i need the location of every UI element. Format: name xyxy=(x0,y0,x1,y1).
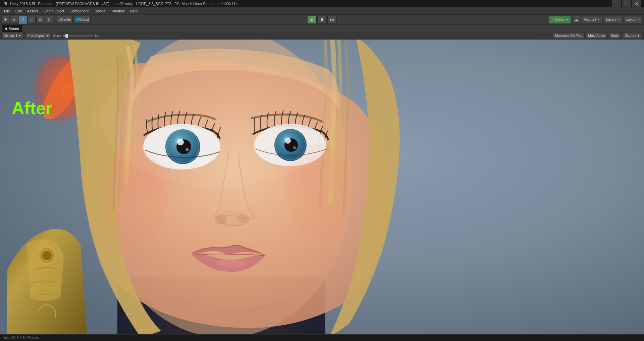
play-button[interactable]: ▶ xyxy=(307,16,317,24)
toolbar-right: ✓ Collab ▼ ☁ Account ▼ Layers ▼ Layout ▼ xyxy=(549,16,643,24)
window-controls: ─ ❐ ✕ xyxy=(612,0,641,7)
transform-tools: ✥ ⊕ ↺ ⤢ ⊡ ⚙ xyxy=(1,16,53,24)
mute-audio-label: Mute Audio xyxy=(588,34,605,38)
mute-audio-button[interactable]: Mute Audio xyxy=(586,33,607,39)
account-label: Account xyxy=(584,18,596,21)
gizmos-button[interactable]: Gizmos ▼ xyxy=(622,33,643,39)
app-icon: ⊞ xyxy=(3,1,8,6)
hand-tool-button[interactable]: ✥ xyxy=(1,16,9,24)
scale-value: 1x xyxy=(94,34,98,38)
menu-file[interactable]: File xyxy=(1,7,13,14)
pivot-label: Center xyxy=(61,18,71,21)
status-bar: Unity 2018.3.5f1 Personal xyxy=(0,334,644,341)
scale-tool-button[interactable]: ⤢ xyxy=(28,16,36,24)
menu-gameobject[interactable]: GameObject xyxy=(41,7,67,14)
maximize-on-play-button[interactable]: Maximize On Play xyxy=(553,33,585,39)
close-button[interactable]: ✕ xyxy=(632,0,641,7)
cloud-icon: ☁ xyxy=(575,18,578,21)
minimize-button[interactable]: ─ xyxy=(612,0,621,7)
pivot-button[interactable]: ⊙ Center xyxy=(57,16,73,24)
pause-button[interactable]: ⏸ xyxy=(317,16,327,24)
svg-point-24 xyxy=(216,259,247,267)
svg-point-27 xyxy=(101,53,335,187)
maximize-on-play-label: Maximize On Play xyxy=(555,34,582,38)
stats-label: Stats xyxy=(611,34,619,38)
gizmos-label: Gizmos ▼ xyxy=(625,34,640,38)
game-panel: ◉ Game Display 1 ▼ Free Aspect ▼ Scale 1… xyxy=(0,25,644,334)
aspect-button[interactable]: Free Aspect ▼ xyxy=(25,33,52,39)
collab-checkmark-icon: ✓ xyxy=(551,18,554,21)
scale-slider[interactable] xyxy=(63,35,93,37)
menu-assets[interactable]: Assets xyxy=(24,7,41,14)
collab-button[interactable]: ✓ Collab ▼ xyxy=(549,16,571,23)
game-tab-icon: ◉ xyxy=(5,27,8,30)
collab-label: Collab ▼ xyxy=(555,18,569,21)
game-toolbar-right: Maximize On Play Mute Audio Stats Gizmos… xyxy=(553,33,643,39)
game-tab[interactable]: ◉ Game xyxy=(2,25,22,32)
menu-component[interactable]: Component xyxy=(67,7,91,14)
aspect-label: Free Aspect xyxy=(28,34,45,38)
menu-tutorial[interactable]: Tutorial xyxy=(91,7,109,14)
layers-label: Layers xyxy=(606,18,616,21)
rotate-tool-button[interactable]: ↺ xyxy=(19,16,27,24)
menu-help[interactable]: Help xyxy=(127,7,141,14)
step-button[interactable]: ⏭ xyxy=(327,16,337,24)
elf-scene-svg xyxy=(0,40,644,334)
layout-label: Layout xyxy=(626,18,636,21)
global-icon: 🌐 xyxy=(75,18,79,21)
menu-edit[interactable]: Edit xyxy=(13,7,24,14)
layout-dropdown[interactable]: Layout ▼ xyxy=(624,16,643,23)
global-button[interactable]: 🌐 Global xyxy=(73,16,91,24)
display-arrow-icon: ▼ xyxy=(18,34,21,38)
move-tool-button[interactable]: ⊕ xyxy=(10,16,18,24)
layers-arrow-icon: ▼ xyxy=(618,18,620,21)
layers-dropdown[interactable]: Layers ▼ xyxy=(604,16,623,23)
stats-button[interactable]: Stats xyxy=(609,33,621,39)
menu-bar: File Edit Assets GameObject Component Tu… xyxy=(0,7,644,15)
rect-tool-button[interactable]: ⊡ xyxy=(36,16,44,24)
account-arrow-icon: ▼ xyxy=(597,18,600,21)
scale-group: Scale 1x xyxy=(53,34,98,38)
maximize-button[interactable]: ❐ xyxy=(622,0,631,7)
play-controls: ▶ ⏸ ⏭ xyxy=(307,16,337,24)
scale-label: Scale xyxy=(53,34,61,38)
elf-scene: After xyxy=(0,40,644,334)
display-button[interactable]: Display 1 ▼ xyxy=(1,33,24,39)
panel-header: ◉ Game xyxy=(0,25,644,32)
svg-point-4 xyxy=(42,251,52,261)
display-label: Display 1 xyxy=(4,34,17,38)
title-text: Unity 2018.3.5f1 Personal - [PREVIEW PAC… xyxy=(10,2,612,6)
game-tab-label: Game xyxy=(9,26,19,30)
cloud-button[interactable]: ☁ xyxy=(572,16,580,24)
center-icon: ⊙ xyxy=(58,18,61,21)
main-toolbar: ✥ ⊕ ↺ ⤢ ⊡ ⚙ ⊙ Center 🌐 Global ▶ ⏸ ⏭ ✓ Co… xyxy=(0,15,644,25)
aspect-arrow-icon: ▼ xyxy=(46,34,49,38)
status-text: Unity 2018.3.5f1 Personal xyxy=(3,336,41,340)
scale-thumb[interactable] xyxy=(65,34,68,38)
transform-tool-button[interactable]: ⚙ xyxy=(45,16,53,24)
layout-arrow-icon: ▼ xyxy=(638,18,640,21)
separator-1 xyxy=(55,16,55,23)
global-label: Global xyxy=(79,18,89,21)
after-label: After xyxy=(12,98,52,118)
game-toolbar: Display 1 ▼ Free Aspect ▼ Scale 1x Maxim… xyxy=(0,32,644,40)
title-bar: ⊞ Unity 2018.3.5f1 Personal - [PREVIEW P… xyxy=(0,0,644,7)
game-viewport: After xyxy=(0,40,644,334)
account-dropdown[interactable]: Account ▼ xyxy=(582,16,602,23)
menu-window[interactable]: Window xyxy=(109,7,127,14)
